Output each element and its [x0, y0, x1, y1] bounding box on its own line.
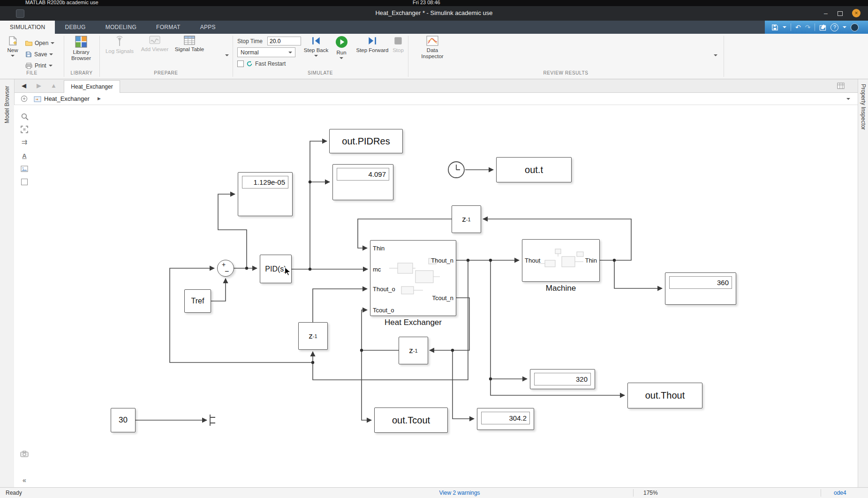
annotation-tool-icon[interactable]: A	[19, 150, 30, 161]
log-signals-label: Log Signals	[106, 48, 134, 54]
tab-format[interactable]: FORMAT	[146, 21, 190, 34]
unit-delay-block-thout[interactable]: z-1	[298, 322, 328, 350]
port-label-tcout-o: Tcout_o	[373, 307, 394, 314]
print-button[interactable]: Print	[25, 61, 53, 70]
step-back-label: Step Back	[304, 47, 328, 53]
fast-restart-checkbox[interactable]	[237, 60, 244, 67]
quick-access-toolbar: ↶ ↷ ?	[765, 21, 868, 34]
block-label: out.PIDRes	[330, 129, 402, 153]
display-block-pid-output[interactable]: 4.097	[332, 164, 393, 200]
block-label: z-1	[399, 337, 428, 364]
run-button[interactable]: Run	[331, 36, 352, 75]
new-button[interactable]: New	[5, 36, 21, 75]
data-inspector-label: Data Inspector	[417, 47, 447, 60]
tab-apps[interactable]: APPS	[190, 21, 226, 34]
unit-delay-block-thin[interactable]: z-1	[452, 205, 481, 233]
heat-exchanger-subsystem[interactable]: Thin mc Thout_o Tcout_o Thout_n Tcout_n …	[370, 240, 456, 316]
help-dropdown-caret-icon[interactable]	[843, 26, 846, 28]
breadcrumb-dropdown-caret-icon[interactable]	[846, 98, 850, 100]
port-label-tcout-n: Tcout_n	[432, 294, 453, 302]
property-inspector-tab[interactable]: Property Inspector	[860, 84, 867, 130]
step-back-caret-icon	[314, 55, 318, 57]
document-tab[interactable]: Heat_Exchanger	[64, 80, 120, 93]
help-icon[interactable]: ?	[830, 23, 838, 31]
redo-icon[interactable]: ↷	[805, 21, 811, 34]
library-browser-button[interactable]: Library Browser	[67, 36, 96, 75]
block-label: z-1	[299, 323, 327, 349]
stop-time-input[interactable]	[267, 37, 301, 45]
print-caret-icon	[49, 65, 53, 67]
outport-block-pidres[interactable]: out.PIDRes	[329, 129, 403, 153]
display-block-tcout[interactable]: 304.2	[477, 408, 534, 430]
sum-block[interactable]: + −	[217, 260, 234, 277]
nav-up-icon[interactable]: ▲	[51, 82, 57, 89]
ribbon-expand-caret-icon[interactable]	[714, 54, 717, 56]
breadcrumb-model-name[interactable]: Heat_Exchanger	[44, 95, 90, 102]
data-inspector-button[interactable]: Data Inspector	[417, 36, 447, 75]
minimize-button[interactable]: –	[821, 8, 830, 18]
subsystem-name: Machine	[508, 284, 613, 293]
fit-to-view-icon[interactable]	[19, 124, 30, 135]
log-signals-button[interactable]: Log Signals	[103, 36, 136, 75]
simulation-mode-select[interactable]: Normal	[237, 47, 295, 57]
tab-simulation[interactable]: SIMULATION	[0, 21, 55, 34]
prepare-gallery-caret-icon[interactable]	[225, 54, 229, 56]
constant-block-30[interactable]: 30	[111, 408, 136, 432]
open-button[interactable]: Open	[25, 38, 54, 48]
status-divider	[633, 489, 634, 497]
collapse-palette-icon[interactable]: «	[19, 475, 30, 486]
warnings-link[interactable]: View 2 warnings	[422, 490, 497, 496]
compare-arrows-icon[interactable]: ⇉	[19, 136, 30, 148]
unit-delay-block-tcout[interactable]: z-1	[399, 337, 428, 364]
outport-block-thout[interactable]: out.Thout	[627, 383, 702, 408]
close-button[interactable]: ×	[852, 9, 860, 17]
tab-debug[interactable]: DEBUG	[55, 21, 95, 34]
display-value: 4.097	[337, 168, 389, 181]
desktop-app-title: MATLAB R2020b academic use	[25, 0, 98, 5]
machine-subsystem[interactable]: Thout Thin Machine	[522, 239, 600, 282]
step-back-button[interactable]: Step Back	[303, 36, 329, 75]
nav-forward-icon[interactable]: ▶	[37, 82, 41, 89]
status-bar: Ready View 2 warnings 175% ode4	[0, 487, 868, 498]
display-block-thout[interactable]: 320	[530, 369, 595, 389]
stop-button[interactable]: Stop	[390, 36, 406, 75]
new-label: New	[7, 47, 18, 53]
step-forward-label: Step Forward	[356, 47, 388, 53]
step-forward-button[interactable]: Step Forward	[355, 36, 390, 75]
display-block-error[interactable]: 1.129e-05	[238, 172, 293, 216]
account-icon[interactable]	[851, 23, 859, 31]
layout-grid-icon[interactable]	[837, 83, 845, 89]
constant-block-tref[interactable]: Tref	[184, 289, 211, 313]
nav-back-icon[interactable]: ◀	[22, 82, 26, 89]
mouse-cursor	[284, 267, 292, 276]
annotate-icon[interactable]	[819, 24, 826, 31]
save-icon[interactable]	[771, 24, 778, 31]
zoom-tool-icon[interactable]	[19, 111, 30, 122]
open-label: Open	[35, 40, 48, 46]
undo-icon[interactable]: ↶	[795, 21, 801, 34]
add-viewer-button[interactable]: Add Viewer	[138, 36, 172, 75]
tab-modeling[interactable]: MODELING	[96, 21, 146, 34]
maximize-button[interactable]	[835, 8, 845, 18]
outport-block-tcout[interactable]: out.Tcout	[374, 407, 448, 433]
subsystem-name: Heat Exchanger	[356, 318, 470, 327]
run-icon	[335, 36, 348, 48]
screenshot-tool-icon[interactable]	[19, 448, 30, 460]
image-annotation-icon[interactable]	[19, 163, 30, 174]
outport-block-t[interactable]: out.t	[496, 157, 572, 182]
model-browser-tab[interactable]: Model Browser	[4, 86, 10, 123]
area-box-tool-icon[interactable]	[19, 176, 30, 188]
save-button[interactable]: Save	[25, 50, 53, 59]
clock-block[interactable]	[447, 161, 465, 181]
signal-table-button[interactable]: Signal Table	[174, 36, 204, 75]
display-block-thin[interactable]: 360	[665, 272, 736, 305]
port-label-thout: Thout	[525, 257, 540, 264]
block-label: 30	[111, 408, 135, 432]
fast-restart-control[interactable]: Fast Restart	[237, 60, 286, 67]
section-label-prepare: PREPARE	[99, 70, 233, 75]
solver-indicator[interactable]: ode4	[834, 490, 846, 496]
model-icon	[34, 96, 41, 102]
section-label-file: FILE	[0, 70, 64, 75]
save-dropdown-caret-icon[interactable]	[783, 26, 786, 28]
subsystem-nav-icon[interactable]	[21, 95, 28, 102]
